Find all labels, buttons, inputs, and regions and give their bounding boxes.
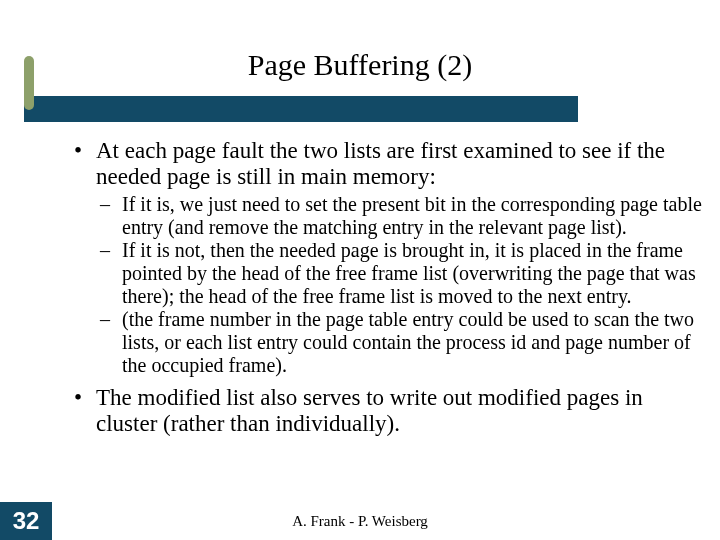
sub-bullet-text: If it is, we just need to set the presen… [122, 193, 702, 238]
sub-bullet-text: (the frame number in the page table entr… [122, 308, 694, 376]
sub-bullet-item: (the frame number in the page table entr… [96, 308, 702, 377]
slide-title: Page Buffering (2) [0, 48, 720, 82]
title-band [24, 96, 578, 122]
bullet-list: At each page fault the two lists are fir… [72, 138, 702, 438]
bullet-text: The modified list also serves to write o… [96, 385, 643, 436]
bullet-item: At each page fault the two lists are fir… [72, 138, 702, 377]
sub-bullet-item: If it is not, then the needed page is br… [96, 239, 702, 308]
content-area: At each page fault the two lists are fir… [72, 136, 702, 438]
footer-text: A. Frank - P. Weisberg [0, 513, 720, 530]
sub-bullet-list: If it is, we just need to set the presen… [96, 193, 702, 377]
slide: Page Buffering (2) At each page fault th… [0, 0, 720, 540]
accent-bar [24, 56, 34, 110]
bullet-text: At each page fault the two lists are fir… [96, 138, 665, 189]
bullet-item: The modified list also serves to write o… [72, 385, 702, 438]
sub-bullet-item: If it is, we just need to set the presen… [96, 193, 702, 239]
title-area: Page Buffering (2) [0, 0, 720, 82]
sub-bullet-text: If it is not, then the needed page is br… [122, 239, 696, 307]
